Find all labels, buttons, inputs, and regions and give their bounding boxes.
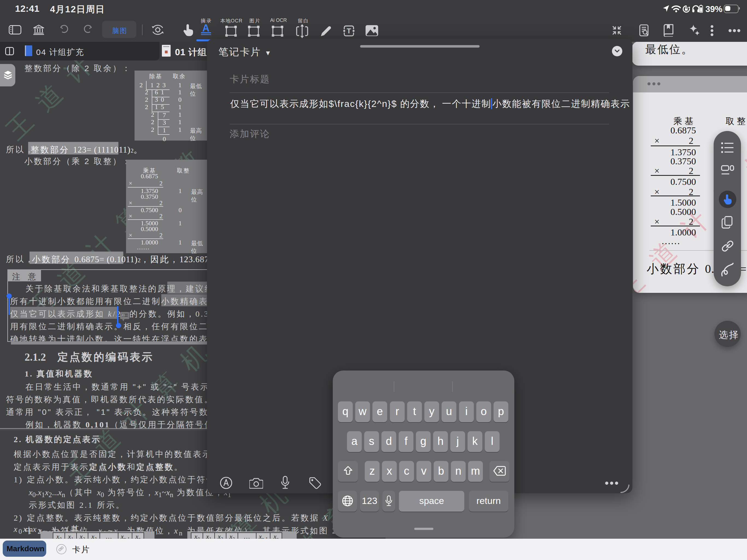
svg-text:T: T <box>347 27 351 35</box>
